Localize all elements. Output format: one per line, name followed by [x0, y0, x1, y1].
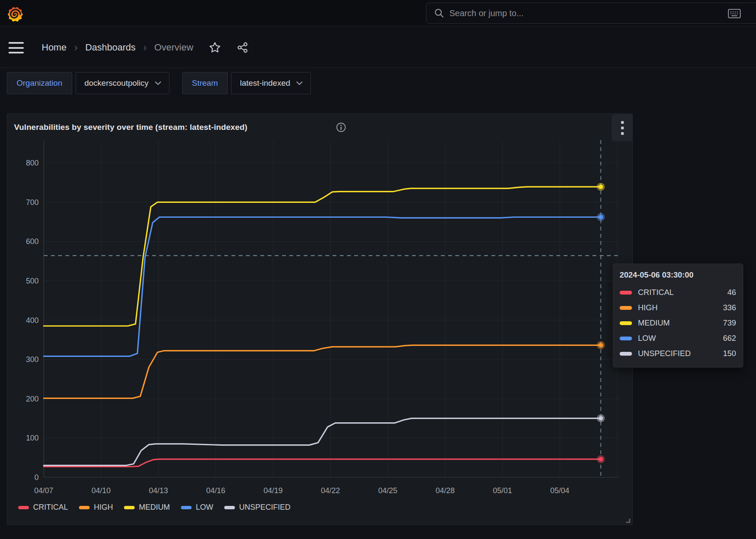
top-bar — [0, 0, 756, 26]
tooltip-series-value: 336 — [723, 303, 736, 312]
tooltip-series-swatch-icon — [620, 291, 632, 295]
stream-value: latest-indexed — [240, 79, 290, 88]
breadcrumb-overview: Overview — [154, 42, 193, 53]
tooltip-series-label: MEDIUM — [638, 318, 723, 328]
chevron-down-icon — [155, 81, 161, 85]
grafana-app: Home › Dashboards › Overview — [0, 0, 756, 539]
tooltip-series-swatch-icon — [620, 306, 632, 310]
tooltip-series-label: CRITICAL — [638, 288, 727, 297]
variable-stream: Stream latest-indexed — [182, 72, 311, 94]
panel-resize-handle[interactable] — [626, 519, 630, 523]
x-tick-label: 05/01 — [493, 486, 512, 495]
series-endpoint-dot — [598, 215, 603, 219]
organization-select[interactable]: dockerscoutpolicy — [76, 72, 169, 94]
legend-swatch-icon — [18, 506, 29, 509]
legend-item-medium[interactable]: MEDIUM — [124, 503, 170, 512]
tooltip-row-unspecified: UNSPECIFIED150 — [620, 346, 736, 361]
chart-legend: CRITICALHIGHMEDIUMLOWUNSPECIFIED — [18, 503, 291, 512]
timeseries-panel: Vulnerabilities by severity over time (s… — [7, 113, 633, 525]
y-tick-label: 300 — [26, 355, 39, 364]
y-tick-label: 100 — [26, 434, 39, 442]
breadcrumb-dashboards[interactable]: Dashboards — [85, 42, 136, 53]
x-tick-label: 04/22 — [321, 486, 340, 495]
y-tick-label: 0 — [34, 473, 39, 482]
legend-item-unspecified[interactable]: UNSPECIFIED — [224, 503, 291, 512]
tooltip-series-swatch-icon — [620, 352, 632, 356]
x-tick-label: 05/04 — [550, 486, 569, 495]
tooltip-series-value: 739 — [723, 318, 736, 328]
search-bar — [426, 3, 756, 24]
x-tick-label: 04/07 — [34, 486, 53, 495]
tooltip-series-label: LOW — [638, 334, 723, 343]
chart-tooltip: 2024-05-06 03:30:00 CRITICAL46HIGH336MED… — [613, 264, 743, 368]
legend-item-low[interactable]: LOW — [181, 503, 213, 512]
search-icon — [434, 8, 444, 18]
search-input[interactable] — [449, 8, 756, 18]
series-endpoint-dot — [598, 457, 603, 461]
legend-label: UNSPECIFIED — [239, 503, 291, 512]
y-tick-label: 200 — [26, 395, 39, 403]
keyboard-icon — [728, 9, 741, 18]
grafana-logo-icon[interactable] — [6, 4, 25, 23]
y-tick-label: 800 — [26, 159, 39, 167]
y-tick-label: 500 — [26, 277, 39, 285]
tooltip-row-medium: MEDIUM739 — [620, 315, 736, 331]
legend-label: HIGH — [94, 503, 113, 512]
legend-item-critical[interactable]: CRITICAL — [18, 503, 68, 512]
favorite-star-button[interactable] — [209, 41, 221, 54]
legend-label: LOW — [196, 503, 213, 512]
organization-value: dockerscoutpolicy — [85, 79, 149, 88]
y-tick-label: 400 — [26, 316, 39, 325]
series-line-low — [44, 217, 601, 357]
x-tick-label: 04/13 — [149, 486, 168, 495]
series-line-high — [44, 345, 601, 398]
series-endpoint-dot — [598, 416, 603, 420]
x-tick-label: 04/16 — [206, 486, 225, 495]
legend-item-high[interactable]: HIGH — [79, 503, 113, 512]
tooltip-row-low: LOW662 — [620, 331, 736, 346]
dashboard-variables: Organization dockerscoutpolicy Stream la… — [7, 72, 311, 94]
breadcrumb-bar: Home › Dashboards › Overview — [0, 27, 756, 68]
x-tick-label: 04/28 — [435, 486, 454, 495]
tooltip-series-value: 662 — [723, 334, 736, 343]
x-tick-label: 04/25 — [378, 486, 397, 495]
y-tick-label: 600 — [26, 237, 39, 246]
legend-label: MEDIUM — [139, 503, 170, 512]
legend-label: CRITICAL — [33, 503, 68, 512]
star-icon — [209, 41, 221, 54]
variable-organization: Organization dockerscoutpolicy — [7, 72, 169, 94]
x-tick-label: 04/10 — [91, 486, 110, 495]
series-endpoint-dot — [598, 343, 603, 347]
tooltip-row-critical: CRITICAL46 — [620, 285, 736, 300]
legend-swatch-icon — [224, 506, 235, 509]
legend-swatch-icon — [181, 506, 192, 509]
legend-swatch-icon — [124, 506, 135, 509]
y-tick-label: 700 — [26, 198, 39, 207]
series-line-medium — [44, 187, 601, 326]
stream-select[interactable]: latest-indexed — [231, 72, 311, 94]
tooltip-series-label: UNSPECIFIED — [638, 349, 723, 358]
tooltip-series-label: HIGH — [638, 303, 723, 312]
breadcrumb-separator: › — [143, 42, 147, 53]
tooltip-series-value: 150 — [723, 349, 736, 358]
organization-label: Organization — [7, 72, 72, 94]
tooltip-series-swatch-icon — [620, 321, 632, 325]
share-button[interactable] — [237, 42, 248, 53]
x-tick-label: 04/19 — [263, 486, 282, 495]
tooltip-series-swatch-icon — [620, 337, 632, 340]
tooltip-series-value: 46 — [727, 288, 736, 297]
series-line-unspecified — [44, 418, 601, 466]
stream-label: Stream — [182, 72, 228, 94]
tooltip-timestamp: 2024-05-06 03:30:00 — [620, 270, 736, 280]
menu-toggle-button[interactable] — [8, 42, 24, 53]
legend-swatch-icon — [79, 506, 90, 509]
chart-canvas[interactable]: 04/0704/1004/1304/1604/1904/2204/2504/28… — [7, 114, 633, 525]
breadcrumb-home[interactable]: Home — [42, 42, 67, 53]
breadcrumb-separator: › — [74, 42, 78, 53]
breadcrumb: Home › Dashboards › Overview — [42, 27, 248, 68]
series-endpoint-dot — [598, 185, 603, 189]
tooltip-row-high: HIGH336 — [620, 300, 736, 315]
share-icon — [237, 42, 248, 53]
chevron-down-icon — [296, 81, 303, 85]
